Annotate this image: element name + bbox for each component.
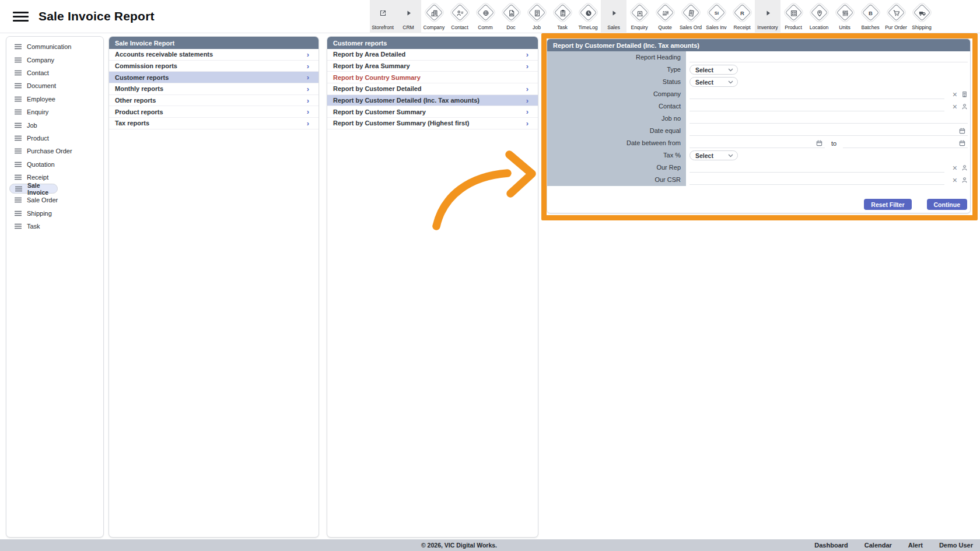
hamburger-menu-button[interactable]: [13, 12, 29, 22]
r-badge-icon: R: [733, 4, 751, 22]
toolbar-item-timelog[interactable]: TimeLog: [575, 0, 601, 33]
toolbar-item-product[interactable]: Product: [780, 0, 806, 33]
list-item[interactable]: Accounts receivable statements›: [109, 49, 318, 61]
footer: © 2026, VIC Digital Works. Dashboard Cal…: [0, 539, 980, 551]
toolbar-item-crm[interactable]: CRM: [396, 0, 421, 33]
tax-select[interactable]: Select: [690, 150, 738, 160]
person-lookup-icon[interactable]: [961, 177, 968, 183]
clock-icon: [579, 4, 597, 22]
sidebar-item-document[interactable]: Document: [9, 79, 100, 92]
footer-link-demo-user[interactable]: Demo User: [939, 542, 973, 549]
toolbar-item-sales-ord[interactable]: Sales Ord: [678, 0, 704, 33]
toolbar-item-pur-order[interactable]: Pur Order: [883, 0, 909, 33]
continue-button[interactable]: Continue: [927, 199, 968, 210]
list-icon: [15, 148, 22, 154]
toolbar-item-contact[interactable]: Contact: [447, 0, 473, 33]
list-item[interactable]: Report by Customer Summary (Highest firs…: [327, 118, 538, 129]
list-item[interactable]: Tax reports›: [109, 118, 318, 129]
sidebar-item-company[interactable]: Company: [9, 53, 100, 66]
toolbar-item-units[interactable]: Units: [832, 0, 858, 33]
date-from-input[interactable]: [690, 138, 816, 148]
list-icon: [15, 96, 22, 102]
status-select[interactable]: Select: [690, 77, 738, 87]
sidebar-item-communication[interactable]: Communication: [9, 40, 100, 53]
toolbar-item-batches[interactable]: B Batches: [858, 0, 883, 33]
sidebar-item-task[interactable]: Task: [9, 220, 100, 233]
toolbar-item-quote[interactable]: Quote: [652, 0, 678, 33]
clear-icon[interactable]: ×: [953, 104, 957, 110]
toolbar-item-location[interactable]: Location: [806, 0, 832, 33]
contact-input[interactable]: [690, 101, 944, 111]
list-item-alert[interactable]: Report by Country Summary: [327, 72, 538, 83]
document-check-icon: [528, 4, 545, 22]
our-rep-input[interactable]: [690, 163, 944, 172]
type-select[interactable]: Select: [690, 65, 738, 75]
footer-link-dashboard[interactable]: Dashboard: [814, 542, 848, 549]
sidebar-item-job[interactable]: Job: [9, 118, 100, 131]
date-equal-input[interactable]: [690, 126, 959, 135]
sidebar-item-sale-order[interactable]: Sale Order: [9, 194, 100, 206]
sidebar-item-employee[interactable]: Employee: [9, 93, 100, 106]
sidebar-item-purchase-order[interactable]: Purchase Order: [9, 145, 100, 157]
toolbar-item-doc[interactable]: Doc: [498, 0, 524, 33]
list-item-selected[interactable]: Report by Customer Detailed (Inc. Tax am…: [327, 95, 538, 107]
list-item[interactable]: Report by Customer Summary›: [327, 106, 538, 118]
sidebar-item-receipt[interactable]: Receipt: [9, 171, 100, 184]
toolbar-item-sales[interactable]: Sales: [601, 0, 626, 33]
toolbar-item-company[interactable]: Company: [421, 0, 447, 33]
calendar-icon[interactable]: [816, 140, 822, 146]
calendar-icon[interactable]: [959, 128, 965, 134]
list-icon: [15, 210, 22, 216]
job-no-input[interactable]: [690, 114, 968, 123]
list-item[interactable]: Report by Customer Detailed›: [327, 83, 538, 95]
chevron-right-icon: ›: [526, 108, 528, 115]
list-icon: [15, 70, 22, 76]
reset-filter-button[interactable]: Reset Filter: [864, 199, 911, 210]
clear-icon[interactable]: ×: [953, 92, 957, 97]
list-item[interactable]: Commission reports›: [109, 61, 318, 72]
person-lookup-icon[interactable]: [961, 103, 968, 110]
list-item-selected[interactable]: Customer reports›: [109, 72, 318, 83]
chevron-right-icon: ›: [526, 120, 528, 127]
list-item[interactable]: Monthly reports›: [109, 83, 318, 95]
toolbar-item-job[interactable]: Job: [524, 0, 550, 33]
list-item[interactable]: Other reports›: [109, 95, 318, 107]
toolbar-item-inventory[interactable]: Inventory: [755, 0, 780, 33]
toolbar-item-storefront[interactable]: Storefront: [370, 0, 396, 33]
chevron-right-icon: ›: [526, 85, 528, 93]
company-input[interactable]: [690, 89, 944, 99]
list-item[interactable]: Report by Area Summary›: [327, 61, 538, 72]
sidebar-item-contact[interactable]: Contact: [9, 66, 100, 79]
company-lookup-icon[interactable]: [961, 91, 968, 97]
toolbar-item-task[interactable]: Task: [550, 0, 575, 33]
date-to-input[interactable]: [843, 138, 959, 148]
chevron-right-icon: ›: [307, 120, 309, 127]
sidebar-item-product[interactable]: Product: [9, 132, 100, 145]
field-label: Job no: [547, 113, 686, 125]
sidebar-item-quotation[interactable]: Quotation: [9, 158, 100, 171]
sidebar-item-shipping[interactable]: Shipping: [9, 207, 100, 220]
toolbar-item-receipt[interactable]: R Receipt: [729, 0, 755, 33]
clear-icon[interactable]: ×: [953, 165, 957, 171]
list-item[interactable]: Product reports›: [109, 106, 318, 118]
list-icon: [15, 174, 22, 180]
sidebar-item-enquiry[interactable]: Enquiry: [9, 106, 100, 118]
toolbar-item-enquiry[interactable]: Enquiry: [626, 0, 652, 33]
toolbar-item-shipping[interactable]: Shipping: [909, 0, 935, 33]
form-label-column: Report Heading Type Status Company Conta…: [547, 51, 686, 186]
list-item[interactable]: Report by Area Detailed›: [327, 49, 538, 61]
clear-icon[interactable]: ×: [953, 177, 957, 183]
toolbar-item-sales-inv[interactable]: Si Sales Inv: [704, 0, 729, 33]
footer-link-calendar[interactable]: Calendar: [864, 542, 892, 549]
chevron-down-icon: [728, 68, 733, 72]
toolbar-item-comm[interactable]: Comm: [473, 0, 498, 33]
calendar-icon[interactable]: [959, 140, 965, 146]
report-heading-input[interactable]: [690, 52, 968, 62]
chevron-right-icon: ›: [526, 97, 528, 104]
globe-icon: [477, 4, 494, 22]
sidebar-item-sale-invoice[interactable]: Sale Invoice: [9, 184, 58, 194]
list-icon: [15, 57, 22, 63]
person-lookup-icon[interactable]: [961, 164, 968, 171]
footer-link-alert[interactable]: Alert: [908, 542, 923, 549]
our-csr-input[interactable]: [690, 175, 944, 184]
